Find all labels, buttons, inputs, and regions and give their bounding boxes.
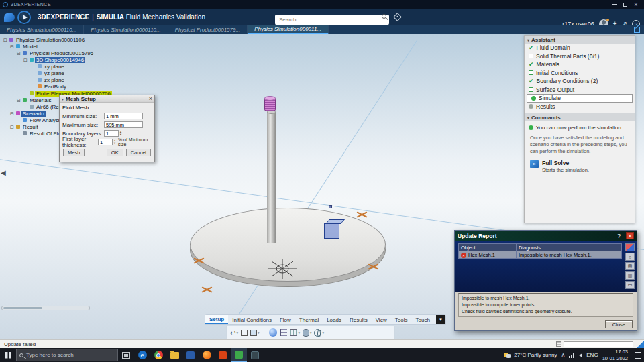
step-fluid-domain[interactable]: ✔Fluid Domain bbox=[525, 44, 635, 52]
spinner-icon[interactable]: ▲▼ bbox=[119, 131, 122, 136]
doc-tab-4-active[interactable]: Physics Simulation000011... bbox=[248, 25, 329, 34]
search-icon[interactable] bbox=[382, 14, 386, 19]
tab-thermal[interactable]: Thermal bbox=[295, 315, 323, 324]
view-mode-button[interactable]: ▾ bbox=[250, 330, 260, 336]
tab-touch[interactable]: Touch bbox=[412, 315, 434, 324]
taskbar-chrome[interactable] bbox=[150, 348, 166, 362]
first-layer-thickness-input[interactable] bbox=[98, 139, 113, 145]
taskbar-app-dark[interactable] bbox=[247, 348, 263, 362]
command-input[interactable] bbox=[564, 341, 633, 347]
step-simulate-selected[interactable]: Simulate bbox=[527, 94, 633, 103]
taskbar-active-app[interactable] bbox=[231, 348, 247, 362]
report-close-icon[interactable]: × bbox=[626, 232, 634, 239]
full-solve-command[interactable]: » Full Solve Starts the simulation. bbox=[525, 156, 635, 176]
mesh-dialog-close-icon[interactable]: × bbox=[149, 95, 152, 102]
close-button[interactable]: × bbox=[631, 1, 641, 8]
scrollbar-thumb[interactable] bbox=[3, 307, 42, 309]
expand-icon[interactable] bbox=[10, 44, 15, 49]
tree-item-partbody[interactable]: PartBody bbox=[2, 83, 146, 90]
taskbar-edge[interactable]: e bbox=[134, 348, 150, 362]
database-button[interactable]: ▾ bbox=[303, 329, 312, 337]
report-help-button[interactable]: ? bbox=[617, 233, 621, 239]
caret-icon[interactable]: ▾ bbox=[298, 330, 300, 335]
taskbar-app-orange[interactable] bbox=[215, 348, 231, 362]
horizontal-scrollbar[interactable] bbox=[1, 306, 90, 310]
boundary-arrow-1[interactable] bbox=[193, 256, 205, 265]
mesh-button[interactable]: Mesh bbox=[63, 149, 85, 156]
tab-results[interactable]: Results bbox=[345, 315, 372, 324]
expand-icon[interactable] bbox=[10, 111, 15, 116]
undo-button[interactable]: ↩▾ bbox=[230, 329, 238, 337]
expand-viewport-icon[interactable] bbox=[634, 27, 640, 33]
doc-tab-3[interactable]: Physical Product0001579... bbox=[168, 25, 248, 34]
tab-loads[interactable]: Loads bbox=[323, 315, 345, 324]
assistant-header[interactable]: Assistant bbox=[525, 36, 635, 44]
network-icon[interactable] bbox=[569, 353, 575, 358]
cylinder-part[interactable] bbox=[267, 112, 276, 243]
caret-icon[interactable]: ▾ bbox=[236, 330, 238, 335]
report-export-icon[interactable]: ▥ bbox=[625, 272, 635, 280]
maximize-button[interactable] bbox=[620, 1, 631, 8]
speaker-icon[interactable] bbox=[579, 353, 582, 357]
tab-flow[interactable]: Flow bbox=[276, 315, 295, 324]
taskbar-search[interactable]: Type here to search bbox=[16, 349, 118, 361]
caret-icon[interactable]: ▾ bbox=[258, 330, 260, 335]
tree-item-yz-plane[interactable]: yz plane bbox=[2, 70, 146, 76]
fluid-domain-button[interactable] bbox=[269, 328, 277, 337]
step-materials[interactable]: ✔Materials bbox=[525, 60, 635, 69]
structure-button[interactable] bbox=[280, 329, 287, 336]
notification-center-icon[interactable] bbox=[635, 352, 641, 359]
tab-overflow-icon[interactable]: ▼ bbox=[436, 315, 445, 324]
tree-item-3d-shape[interactable]: 3D Shape00014946 bbox=[2, 56, 146, 63]
doc-tab-1[interactable]: Physics Simulation0000110... bbox=[0, 25, 84, 34]
expand-icon[interactable] bbox=[3, 38, 8, 42]
taskbar-app-blue[interactable] bbox=[182, 348, 199, 362]
start-button[interactable] bbox=[0, 348, 16, 362]
commands-header[interactable]: Commands bbox=[525, 113, 635, 121]
table-row[interactable]: ×Hex Mesh.1 Impossible to mesh Hex Mesh.… bbox=[459, 251, 622, 259]
step-boundary-conditions[interactable]: ✔Boundary Conditions (2) bbox=[525, 77, 635, 86]
tag-icon[interactable] bbox=[393, 13, 402, 21]
taskbar-firefox[interactable] bbox=[199, 348, 215, 362]
cancel-button[interactable]: Cancel bbox=[126, 149, 151, 156]
report-filter-icon[interactable] bbox=[625, 243, 635, 251]
weather-widget[interactable]: 27°C Partly sunny bbox=[504, 352, 557, 358]
tab-tools[interactable]: Tools bbox=[391, 315, 412, 324]
probe-cube[interactable] bbox=[324, 223, 339, 239]
tree-item-model[interactable]: Model bbox=[2, 43, 146, 50]
step-surface-output[interactable]: Surface Output bbox=[525, 86, 635, 95]
caret-icon[interactable]: ▾ bbox=[322, 330, 324, 335]
expand-icon[interactable] bbox=[17, 51, 21, 56]
mesh-dialog-titlebar[interactable]: Mesh Setup × bbox=[60, 95, 154, 103]
minimum-size-input[interactable] bbox=[104, 113, 143, 119]
tab-view[interactable]: View bbox=[372, 315, 391, 324]
capture-button[interactable] bbox=[241, 330, 248, 336]
boundary-arrow-3[interactable] bbox=[368, 262, 380, 272]
step-solid-thermal-parts[interactable]: Solid Thermal Parts (0/1) bbox=[525, 52, 635, 61]
step-initial-conditions[interactable]: Initial Conditions bbox=[525, 69, 635, 78]
sheet-button[interactable]: ▾ bbox=[290, 329, 300, 336]
boundary-layers-input[interactable] bbox=[104, 130, 119, 137]
report-list-icon[interactable]: ▤ bbox=[625, 262, 635, 270]
tree-item-zx-plane[interactable]: zx plane bbox=[2, 76, 146, 83]
task-view-button[interactable] bbox=[118, 348, 134, 362]
expand-icon[interactable] bbox=[10, 125, 15, 129]
globe-button[interactable]: ▾ bbox=[314, 329, 324, 337]
language-indicator[interactable]: ENG bbox=[586, 352, 598, 358]
report-print-icon[interactable]: ▭ bbox=[625, 281, 635, 289]
spinner-icon[interactable]: ▲▼ bbox=[113, 139, 116, 145]
tree-item-root[interactable]: Physics Simulation00001106 bbox=[2, 36, 146, 43]
tab-setup[interactable]: Setup bbox=[205, 315, 228, 324]
boundary-arrow-4[interactable] bbox=[356, 210, 368, 219]
caret-icon[interactable]: ▾ bbox=[310, 330, 312, 335]
expand-icon[interactable] bbox=[23, 58, 28, 62]
tab-initial-conditions[interactable]: Initial Conditions bbox=[228, 315, 276, 324]
ok-button[interactable]: OK bbox=[107, 149, 123, 156]
compass-icon[interactable] bbox=[17, 11, 31, 24]
boundary-arrow-2[interactable] bbox=[201, 285, 213, 294]
pan-left-arrow[interactable] bbox=[1, 169, 6, 176]
maximum-size-input[interactable] bbox=[104, 121, 143, 128]
doc-tab-2[interactable]: Physics Simulation0000110... bbox=[84, 25, 168, 34]
taskbar-explorer[interactable] bbox=[166, 348, 182, 362]
expand-icon[interactable] bbox=[17, 98, 21, 103]
